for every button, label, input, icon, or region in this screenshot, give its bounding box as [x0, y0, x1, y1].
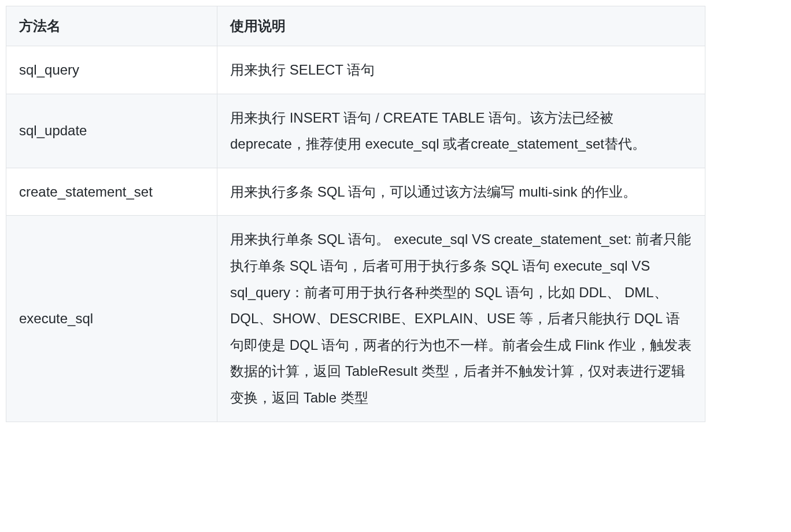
method-name-cell: create_statement_set	[6, 168, 217, 216]
methods-table: 方法名 使用说明 sql_query 用来执行 SELECT 语句 sql_up…	[6, 6, 705, 422]
method-description-cell: 用来执行 INSERT 语句 / CREATE TABLE 语句。该方法已经被 …	[217, 94, 705, 168]
table-row: create_statement_set 用来执行多条 SQL 语句，可以通过该…	[6, 168, 705, 216]
method-description-cell: 用来执行单条 SQL 语句。 execute_sql VS create_sta…	[217, 216, 705, 422]
method-name-cell: execute_sql	[6, 216, 217, 422]
method-name-cell: sql_update	[6, 94, 217, 168]
table-header-row: 方法名 使用说明	[6, 6, 705, 46]
header-description: 使用说明	[217, 6, 705, 46]
table-row: sql_query 用来执行 SELECT 语句	[6, 46, 705, 94]
header-method: 方法名	[6, 6, 217, 46]
method-description-cell: 用来执行 SELECT 语句	[217, 46, 705, 94]
method-description-cell: 用来执行多条 SQL 语句，可以通过该方法编写 multi-sink 的作业。	[217, 168, 705, 216]
table-row: execute_sql 用来执行单条 SQL 语句。 execute_sql V…	[6, 216, 705, 422]
method-name-cell: sql_query	[6, 46, 217, 94]
table-row: sql_update 用来执行 INSERT 语句 / CREATE TABLE…	[6, 94, 705, 168]
